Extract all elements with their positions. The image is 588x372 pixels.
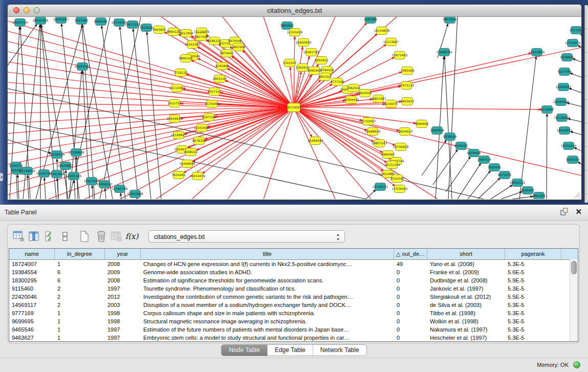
network-node[interactable]: 8427552 [208,88,222,96]
table-cell[interactable]: 2003 [105,301,141,309]
table-cell[interactable]: 0 [394,276,427,285]
table-cell[interactable]: 0 [394,334,427,342]
network-node[interactable]: 16640910 [296,39,312,47]
table-cell[interactable]: Franke et al. (2009) [427,268,505,276]
network-node[interactable]: 16914479 [190,172,206,180]
table-cell[interactable]: 9465546 [9,325,55,334]
table-cell[interactable]: 1998 [105,309,141,317]
left-collapse-tab[interactable]: ◂ [0,173,3,181]
table-cell[interactable]: 49 [394,260,427,268]
table-cell[interactable]: 1 [55,260,105,268]
network-node[interactable]: 9463627 [401,98,415,105]
network-edge[interactable] [18,174,19,199]
table-cell[interactable]: 1997 [105,334,141,342]
network-node[interactable]: 6466161 [94,18,108,26]
table-cell[interactable]: 5.6E-5 [505,268,561,276]
table-cell[interactable]: 5.3E-5 [505,325,561,334]
network-edge[interactable] [448,17,458,199]
network-node[interactable]: 14055724 [12,19,28,27]
network-node[interactable]: 1610755 [168,100,182,107]
network-node[interactable]: 1322037 [283,59,297,67]
table-scrollbar[interactable] [570,259,578,341]
table-cell[interactable]: 19384554 [9,268,55,276]
network-node[interactable]: 10688609 [365,128,381,136]
column-header-name[interactable]: name [9,249,55,259]
table-cell[interactable]: Structural magnetic resonance image aver… [141,317,394,325]
network-node[interactable]: 16210643 [554,114,570,122]
network-edge[interactable] [570,73,581,77]
memory-status-icon[interactable] [573,361,580,368]
table-cell[interactable]: 2009 [105,268,141,276]
network-node[interactable]: 7663822 [153,26,166,34]
network-node[interactable]: 2718120 [174,69,188,77]
table-cell[interactable]: 18724007 [9,260,55,268]
network-edge[interactable] [133,29,151,199]
network-edge[interactable] [121,193,121,199]
network-edge[interactable] [547,114,547,199]
table-cell[interactable]: 1 [55,325,105,334]
network-edge[interactable] [366,189,376,199]
network-node[interactable]: 1801651 [532,192,546,200]
table-cell[interactable]: 9699695 [9,317,55,325]
table-cell[interactable]: Investigating the contribution of common… [141,293,394,301]
table-chooser-dropdown[interactable]: citations_edges.txt ▲▼ [148,230,345,243]
table-cell[interactable]: 9777169 [9,309,55,317]
column-header-title[interactable]: title [141,249,394,259]
network-node[interactable]: 6479197 [454,142,468,150]
table-cell[interactable]: Tibbo et al. (1998) [427,309,505,317]
table-cell[interactable]: 22420046 [9,293,55,301]
network-node[interactable]: 18807243 [372,140,387,147]
network-edge[interactable] [294,36,295,107]
network-node[interactable]: 1640954 [430,127,444,135]
network-edge[interactable] [294,48,581,107]
network-edge[interactable] [8,107,294,123]
table-row[interactable]: 969969511998Structural magnetic resonanc… [9,317,578,325]
network-node[interactable]: 2522545 [390,175,404,183]
network-node[interactable]: 8813054 [443,17,457,24]
network-node[interactable]: 15136141 [373,183,388,191]
table-cell[interactable]: 2008 [105,276,141,285]
network-node[interactable]: 7485063 [401,67,415,75]
network-edge[interactable] [28,175,29,199]
table-row[interactable]: 1938455462009Genome-wide association stu… [9,268,578,276]
network-edge[interactable] [69,17,110,199]
network-node[interactable]: 12093582 [556,83,572,91]
window-resize-grip[interactable] [573,191,580,198]
table-cell[interactable]: 2008 [105,260,141,268]
network-node[interactable]: 14671355 [125,21,141,29]
network-node[interactable]: 5938924 [443,133,457,141]
table-row[interactable]: 977716911998Corpus callosum shape and si… [9,309,578,317]
network-edge[interactable] [512,196,533,199]
table-cell[interactable]: 1 [55,334,105,342]
network-edge[interactable] [92,185,93,199]
table-cell[interactable]: 5.3E-5 [505,334,561,342]
network-node[interactable]: 20053346 [75,63,91,71]
table-row[interactable]: 911546021997Tourette syndrome. Phenomeno… [9,285,578,293]
table-cell[interactable]: Tourette syndrome. Phenomenology and cla… [141,285,394,293]
network-node[interactable]: 9821022 [318,73,332,81]
table-cell[interactable]: 2 [55,301,105,309]
table-cell[interactable]: Dudbridge et al. (2008) [427,276,505,285]
network-node[interactable]: 2867608 [232,43,246,51]
network-edge[interactable] [8,21,294,107]
table-cell[interactable]: Estimation of the future numbers of pati… [141,325,394,334]
table-row[interactable]: 946554611997Estimation of the future num… [9,325,578,334]
column-header-year[interactable]: year [105,249,141,259]
network-node[interactable]: 1527602 [75,17,89,25]
network-edge[interactable] [468,170,491,199]
table-scrollbar-thumb[interactable] [571,261,577,274]
network-node[interactable]: 15166827 [171,132,187,139]
table-cell[interactable]: 9115460 [9,285,55,293]
network-node[interactable]: 17016504 [561,142,577,150]
table-cell[interactable]: Corpus callosum shape and size in male p… [141,309,394,317]
network-node[interactable]: 16154838 [374,27,390,35]
network-node[interactable]: 9170045 [205,100,219,108]
network-node[interactable]: 1167533 [566,156,580,164]
table-cell[interactable]: 0 [394,301,427,309]
table-cell[interactable]: 0 [394,317,427,325]
table-row[interactable]: 1830029562008Estimation of significance … [9,276,578,285]
network-node[interactable]: 9875645 [220,50,234,57]
create-column-icon[interactable] [78,230,90,242]
network-node[interactable]: 9860128 [167,28,181,36]
function-builder-icon[interactable]: f(x) [126,230,138,242]
